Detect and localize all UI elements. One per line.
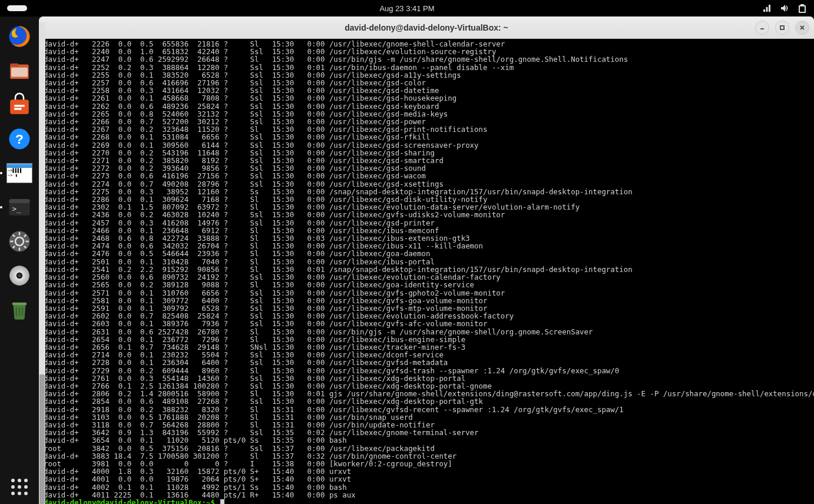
window-titlebar[interactable]: david-delony@david-delony-VirtualBox: ~ bbox=[39, 16, 814, 39]
terminal-window: david-delony@david-delony-VirtualBox: ~ … bbox=[39, 16, 814, 504]
apps-grid-button[interactable] bbox=[7, 475, 32, 499]
svg-rect-6 bbox=[14, 108, 21, 110]
dock: ? ~>▌▌▌▌ ~> ▮ >_ bbox=[0, 16, 39, 504]
scrollbar[interactable] bbox=[39, 22, 45, 504]
dock-software[interactable] bbox=[4, 89, 35, 120]
clock[interactable]: Aug 23 3:41 PM bbox=[379, 4, 434, 13]
scrollbar-thumb[interactable] bbox=[39, 374, 45, 504]
svg-rect-2 bbox=[10, 64, 18, 67]
svg-rect-5 bbox=[14, 105, 25, 107]
topbar: Aug 23 3:41 PM bbox=[0, 0, 814, 16]
rxvt-icon: ~>▌▌▌▌ ~> ▮ bbox=[6, 163, 32, 183]
svg-rect-28 bbox=[780, 26, 784, 29]
settings-icon bbox=[7, 229, 32, 254]
dock-disc[interactable] bbox=[4, 260, 35, 291]
help-icon: ? bbox=[7, 127, 32, 151]
software-store-icon bbox=[7, 92, 32, 117]
trash-icon bbox=[7, 297, 32, 322]
dock-terminal[interactable]: >_ bbox=[4, 192, 35, 223]
disc-icon bbox=[7, 263, 32, 288]
terminal-area[interactable]: david-d+ 2226 0.0 0.5 655836 21816 ? Sl … bbox=[39, 39, 814, 504]
dock-rxvt[interactable]: ~>▌▌▌▌ ~> ▮ bbox=[4, 158, 35, 188]
svg-point-25 bbox=[18, 274, 21, 277]
dock-help[interactable]: ? bbox=[4, 124, 35, 154]
system-tray[interactable] bbox=[762, 4, 807, 13]
battery-icon[interactable] bbox=[798, 4, 807, 13]
dock-firefox[interactable] bbox=[4, 21, 35, 52]
minimize-button[interactable] bbox=[755, 21, 769, 35]
maximize-button[interactable] bbox=[775, 21, 789, 35]
terminal-icon: >_ bbox=[7, 195, 32, 220]
activities-pill[interactable] bbox=[7, 5, 27, 11]
svg-rect-26 bbox=[12, 303, 27, 305]
window-title: david-delony@david-delony-VirtualBox: ~ bbox=[345, 23, 508, 32]
svg-text:>_: >_ bbox=[12, 205, 21, 213]
firefox-icon bbox=[7, 24, 32, 49]
files-icon bbox=[7, 58, 32, 83]
volume-icon[interactable] bbox=[780, 4, 789, 13]
svg-text:?: ? bbox=[15, 131, 24, 147]
svg-rect-10 bbox=[9, 199, 30, 203]
dock-files[interactable] bbox=[4, 55, 35, 86]
dock-trash[interactable] bbox=[4, 294, 35, 325]
dock-settings[interactable] bbox=[4, 226, 35, 257]
close-button[interactable] bbox=[795, 21, 809, 35]
network-icon[interactable] bbox=[762, 4, 772, 13]
apps-grid-icon bbox=[11, 479, 28, 495]
svg-rect-3 bbox=[11, 68, 28, 77]
